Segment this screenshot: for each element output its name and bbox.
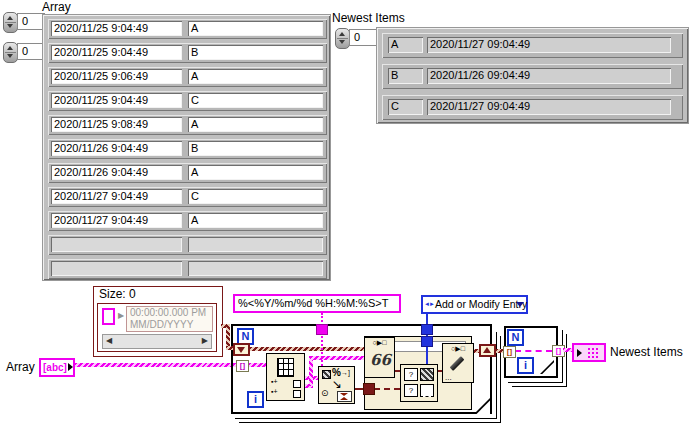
array-cell-timestamp[interactable]: 2020/11/25 9:04:49	[51, 93, 182, 108]
loop-stack-line	[508, 382, 563, 383]
array-row: 2020/11/25 9:04:49 C	[48, 91, 327, 111]
variant-wire	[250, 347, 364, 351]
array-cell-item[interactable]: C	[188, 93, 323, 108]
variant-q-icon: ?	[404, 368, 418, 381]
array-row: 2020/11/26 9:04:49 B	[48, 139, 327, 159]
array-constant-body: ▶ 00:00:00.000 PM MM/DD/YYYY ◀ ▶	[97, 303, 217, 352]
array-cell-item[interactable]: A	[188, 117, 323, 132]
array-index-box[interactable]	[102, 308, 115, 325]
array-cell-empty	[51, 261, 182, 276]
index-glyph: ▪+	[271, 388, 278, 395]
array-cell-item[interactable]: A	[188, 69, 323, 84]
newest-cell-timestamp: 2020/11/27 09:04:49	[427, 37, 671, 53]
variant-header-icon: ○▶□	[365, 339, 394, 347]
array-cell-item[interactable]: B	[188, 141, 323, 156]
array-cell-timestamp[interactable]: 2020/11/25 9:06:49	[51, 69, 182, 84]
newest-items-terminal[interactable]	[572, 343, 606, 362]
set-variant-attribute-node[interactable]: ○▶□ ...	[442, 343, 474, 383]
index-glyph: ▪+	[271, 378, 278, 385]
spinner-down-icon[interactable]	[7, 24, 13, 28]
array-index-spinner-2[interactable]	[3, 42, 18, 63]
newest-cell-item: A	[388, 37, 423, 53]
hourglass-icon	[337, 391, 352, 402]
array-cell-empty	[51, 237, 182, 252]
newest-items-container: A 2020/11/27 09:04:49 B 2020/11/26 09:04…	[376, 27, 689, 124]
array-cell-timestamp[interactable]: 2020/11/26 9:04:49	[51, 165, 182, 180]
diagram-array-label: Array	[6, 361, 35, 374]
array-scrollbar[interactable]: ◀ ▶	[102, 334, 212, 349]
variant-to-data-node[interactable]: ? ?	[400, 364, 438, 402]
spinner-up-icon[interactable]	[7, 46, 13, 50]
format-string-constant[interactable]: %<%Y/%m/%d %H:%M:%S>T	[233, 294, 401, 313]
loop-iteration-terminal[interactable]: i	[247, 391, 264, 408]
array-row: 2020/11/27 9:04:49 C	[48, 187, 327, 207]
diagram-newest-items-label: Newest Items	[610, 346, 683, 359]
cluster-dots-icon	[587, 347, 598, 358]
array-cell-item[interactable]: A	[188, 213, 323, 228]
array-row: 2020/11/25 9:04:49 B	[48, 43, 327, 63]
array-label: Array	[42, 1, 71, 14]
timestamp-element[interactable]: 00:00:00.000 PM MM/DD/YYYY	[126, 306, 213, 332]
shift-register-left[interactable]	[233, 343, 250, 356]
abc-glyph: [abc]	[43, 361, 67, 374]
array-cell-timestamp[interactable]: 2020/11/26 9:04:49	[51, 141, 182, 156]
newest-index-value[interactable]: 0	[349, 29, 377, 46]
array-cell-item[interactable]: A	[188, 21, 323, 36]
newest-cell-timestamp: 2020/11/26 09:04:49	[427, 68, 671, 84]
timestamp-wire	[374, 388, 400, 390]
scroll-right-icon[interactable]: ▶	[202, 336, 208, 345]
dropdown-arrow-icon[interactable]	[516, 302, 524, 307]
array-cell-item[interactable]: C	[188, 189, 323, 204]
array-row: 2020/11/25 9:08:49 A	[48, 115, 327, 135]
enum-constant[interactable]: ◄► Add or Modify Entry	[421, 295, 528, 314]
ellipsis-glyph: ...	[445, 373, 452, 382]
element-out-icon	[293, 390, 301, 398]
array-size-constant[interactable]: Size: 0 ▶ 00:00:00.000 PM MM/DD/YYYY ◀ ▶	[93, 286, 223, 357]
array-row: 2020/11/27 9:04:49 A	[48, 211, 327, 231]
array-row: 2020/11/25 9:04:49 A	[48, 19, 327, 39]
page-curl	[540, 360, 554, 374]
index-array-node[interactable]: ▪+ ▪+	[266, 353, 305, 401]
spinner-up-icon[interactable]	[7, 16, 13, 20]
newest-index-spinner[interactable]	[335, 28, 350, 49]
dial-arrow-icon: ↘	[332, 377, 342, 391]
pencil-icon	[450, 356, 465, 371]
array-cell-item[interactable]: A	[188, 165, 323, 180]
auto-index-tunnel[interactable]: []	[236, 360, 249, 372]
scroll-left-icon[interactable]: ◀	[106, 336, 112, 345]
array-index-value-1[interactable]: 0	[17, 13, 45, 30]
auto-index-tunnel[interactable]: []	[503, 346, 516, 358]
target-icon: ⊙	[321, 388, 329, 398]
newest-cell-item: C	[388, 99, 423, 115]
spinner-up-icon[interactable]	[339, 32, 345, 36]
loop-stack-line	[496, 332, 497, 419]
data-filled-icon	[420, 368, 434, 381]
newest-row: A 2020/11/27 09:04:49	[382, 33, 683, 58]
element-arrow-icon: ▶	[118, 311, 124, 320]
element-out-icon	[293, 380, 301, 388]
array-terminal[interactable]: [abc]	[39, 358, 75, 377]
spinner-down-icon[interactable]	[339, 40, 345, 44]
get-variant-attribute-node[interactable]: ○▶□ 66	[364, 337, 395, 378]
array-index-spinner-1[interactable]	[3, 12, 18, 33]
shift-register-right[interactable]	[479, 344, 496, 357]
array-row: 2020/11/25 9:06:49 A	[48, 67, 327, 87]
inner-loop-count-terminal[interactable]: N	[507, 329, 524, 346]
inner-loop-iteration-terminal[interactable]: i	[517, 357, 534, 374]
array-index-value-2[interactable]: 0	[17, 43, 45, 60]
array-cell-item[interactable]: B	[188, 45, 323, 60]
array-cell-timestamp[interactable]: 2020/11/25 9:04:49	[51, 21, 182, 36]
enum-tunnel[interactable]	[421, 336, 433, 347]
array-container: 2020/11/25 9:04:49 A 2020/11/25 9:04:49 …	[42, 14, 331, 281]
array-cell-timestamp[interactable]: 2020/11/25 9:08:49	[51, 117, 182, 132]
variant-header-icon: ○▶□	[443, 345, 473, 353]
spinner-down-icon[interactable]	[7, 54, 13, 58]
timestamp-tunnel[interactable]	[363, 383, 375, 395]
enum-tunnel[interactable]	[421, 324, 433, 335]
array-cell-timestamp[interactable]: 2020/11/27 9:04:49	[51, 189, 182, 204]
enum-arrows-icon: ◄►	[424, 301, 434, 307]
scan-timestamp-node[interactable]: % →] ↘ ⊙	[318, 366, 355, 404]
array-cell-timestamp[interactable]: 2020/11/25 9:04:49	[51, 45, 182, 60]
string-tunnel[interactable]	[316, 324, 328, 335]
array-cell-timestamp[interactable]: 2020/11/27 9:04:49	[51, 213, 182, 228]
